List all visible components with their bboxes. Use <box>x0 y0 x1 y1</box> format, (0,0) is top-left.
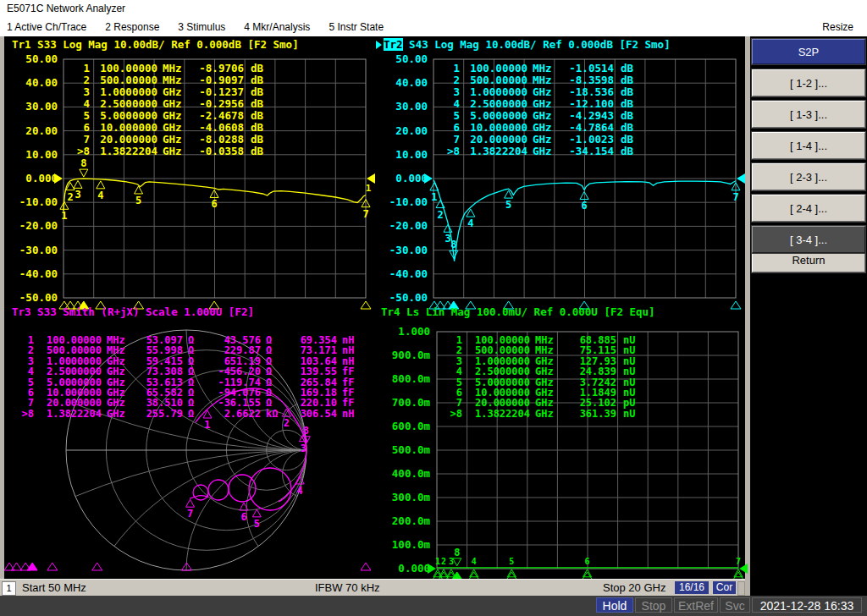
marker-table-row: 55.0000000GHz-4.2943dB <box>441 110 641 122</box>
y-axis-label: 1.000 <box>378 326 430 338</box>
softkey-1-2[interactable]: [ 1-2 ]... <box>752 69 865 96</box>
marker-number: 5 <box>505 199 511 211</box>
marker-position-indicator <box>361 563 371 570</box>
trace4-format: Ls Lin Mag 100.0mU/ Ref 0.000U [F2 Equ] <box>400 305 655 318</box>
softkey-1-4[interactable]: [ 1-4 ]... <box>752 132 865 159</box>
y-axis-label: 50.00 <box>375 53 428 65</box>
tr3-trace-loop <box>229 475 256 502</box>
trace2-name: Tr2 <box>384 38 403 51</box>
y-axis-label: 200.0m <box>378 515 430 527</box>
y-axis-label: 10.00 <box>375 149 428 161</box>
marker-triangle-icon <box>135 186 143 194</box>
trace4-header[interactable]: Tr4 Ls Lin Mag 100.0mU/ Ref 0.000U [F2 E… <box>381 305 655 318</box>
marker-table-row: 42.5000000GHz-12.100dB <box>441 98 641 110</box>
marker-table-row: >81.3822204GHz361.39nU <box>444 409 643 419</box>
marker-position-indicator <box>731 301 741 309</box>
marker-triangle-icon <box>186 499 195 507</box>
y-axis-label: 30.00 <box>375 101 428 113</box>
marker-number: 8 <box>80 157 86 169</box>
instrument-state-bar: Hold Stop ExtRef Svc 2021-12-28 16:33 <box>0 596 867 616</box>
marker-number: 4 <box>472 557 477 566</box>
marker-table-row: >81.3822204GHz-0.0358dB <box>71 146 271 157</box>
y-axis-label: 900.0m <box>378 349 430 361</box>
marker-table-row: 720.000000GHz38.510Ω-36.155Ω220.10fF <box>15 398 359 408</box>
softkey-panel: S2P Return [ 1-2 ]...[ 1-3 ]...[ 1-4 ]..… <box>750 36 867 596</box>
softkey-2-3[interactable]: [ 2-3 ]... <box>752 163 865 190</box>
tr4-marker-table: 1100.00000MHz68.885nU2500.00000MHz75.115… <box>444 335 643 419</box>
y-axis-label: 400.0m <box>378 468 430 480</box>
marker-number: 6 <box>240 511 246 523</box>
active-trace-arrow-icon <box>376 41 382 49</box>
marker-triangle-icon <box>74 180 82 188</box>
trace1-format: S33 Log Mag 10.00dB/ Ref 0.000dB [F2 Smo… <box>31 38 299 51</box>
marker-number: 2 <box>67 191 73 203</box>
y-axis-label: 50.00 <box>5 53 58 65</box>
y-axis-label: 800.0m <box>378 373 430 385</box>
trace1-header[interactable]: Tr1 S33 Log Mag 10.00dB/ Ref 0.000dB [F2… <box>12 38 299 51</box>
marker-number: 6 <box>211 198 217 210</box>
marker-table-row: 2500.00000MHz-8.3598dB <box>441 74 641 86</box>
trace2-header[interactable]: Tr2 S43 Log Mag 10.00dB/ Ref 0.000dB [F2… <box>376 38 671 51</box>
y-axis-label: 20.00 <box>5 125 58 137</box>
y-axis-label: 600.0m <box>378 421 430 432</box>
y-axis-label: 0.000 <box>375 173 428 184</box>
softkey-1-3[interactable]: [ 1-3 ]... <box>752 101 865 128</box>
marker-table-row: 1100.00000MHz-8.9706dB <box>71 63 271 74</box>
marker-table-row: 42.5000000GHz24.839nU <box>444 366 643 377</box>
y-axis-label: 700.0m <box>378 397 430 409</box>
y-axis-label: 20.00 <box>375 125 428 137</box>
softkey-3-4[interactable]: [ 3-4 ]... <box>752 226 865 253</box>
marker-number: 6 <box>585 557 590 566</box>
marker-number: 8 <box>450 239 456 250</box>
marker-number: 2 <box>441 557 446 566</box>
marker-number: 5 <box>254 518 260 530</box>
softkey-2-4[interactable]: [ 2-4 ]... <box>752 195 865 222</box>
y-axis-label: 40.00 <box>5 77 58 89</box>
y-axis-label: -50.00 <box>5 292 58 304</box>
svc-indicator: Svc <box>720 597 750 613</box>
softkey-header-s2p[interactable]: S2P <box>752 39 865 64</box>
y-axis-label: -20.00 <box>375 220 428 232</box>
marker-number: 7 <box>736 557 741 566</box>
y-axis-label: 300.0m <box>378 492 430 503</box>
marker-position-indicator <box>92 563 102 570</box>
trace2-format: S43 Log Mag 10.00dB/ Ref 0.000dB [F2 Smo… <box>403 38 671 51</box>
marker-number: 7 <box>732 191 738 203</box>
points-badge: 16/16 <box>675 581 709 594</box>
y-axis-label: -20.00 <box>5 220 58 232</box>
marker-table-row: 2500.00000MHz-0.9097dB <box>71 74 271 86</box>
marker-number: 1 <box>435 557 440 566</box>
marker-triangle-icon <box>97 181 105 189</box>
y-axis-label: -30.00 <box>5 245 58 256</box>
y-axis-label: 500.0m <box>378 444 430 456</box>
marker-number: 2 <box>437 209 443 221</box>
marker-table-row: 610.000000GHz-4.7864dB <box>441 122 641 134</box>
marker-position-indicator <box>47 563 58 570</box>
channel-indicator: 1 <box>2 581 16 596</box>
marker-number: 4 <box>97 190 103 201</box>
sweep-stop-readout: Stop 20 GHz <box>603 580 665 596</box>
status-bar: 1 Start 50 MHz IFBW 70 kHz Stop 20 GHz 1… <box>0 579 745 596</box>
trace3-header[interactable]: Tr3 S33 Smith (R+jX) Scale 1.000U [F2] <box>12 305 254 318</box>
tr3-marker-table: 1100.00000MHz53.097Ω43.576Ω69.354nH2500.… <box>15 335 359 419</box>
tr1-marker-table: 1100.00000MHz-8.9706dB2500.00000MHz-0.90… <box>71 63 271 157</box>
marker-table-row: 42.5000000GHz-0.2956dB <box>71 98 271 110</box>
ref-level-pointer-right <box>367 173 375 184</box>
datetime-readout: 2021-12-28 16:33 <box>752 597 862 613</box>
y-axis-label: -10.00 <box>375 196 428 208</box>
marker-table-row: 610.000000GHz-4.0608dB <box>71 122 271 134</box>
marker-number: 1 <box>366 183 372 194</box>
ifbw-readout: IFBW 70 kHz <box>315 580 380 596</box>
y-axis-label: 10.00 <box>5 149 58 161</box>
extref-indicator: ExtRef <box>674 597 718 613</box>
trace1-name: Tr1 <box>12 38 31 51</box>
marker-position-indicator <box>12 563 22 570</box>
marker-number: 7 <box>187 508 193 520</box>
ref-level-pointer-right <box>737 173 745 184</box>
statusbar-grip <box>737 581 745 596</box>
y-axis-label: -40.00 <box>375 268 428 280</box>
y-axis-label: -40.00 <box>5 268 58 280</box>
tr3-trace-loop <box>208 480 229 500</box>
marker-table-row: 55.0000000GHz-2.4678dB <box>71 110 271 122</box>
y-axis-label: 100.0m <box>378 539 430 551</box>
